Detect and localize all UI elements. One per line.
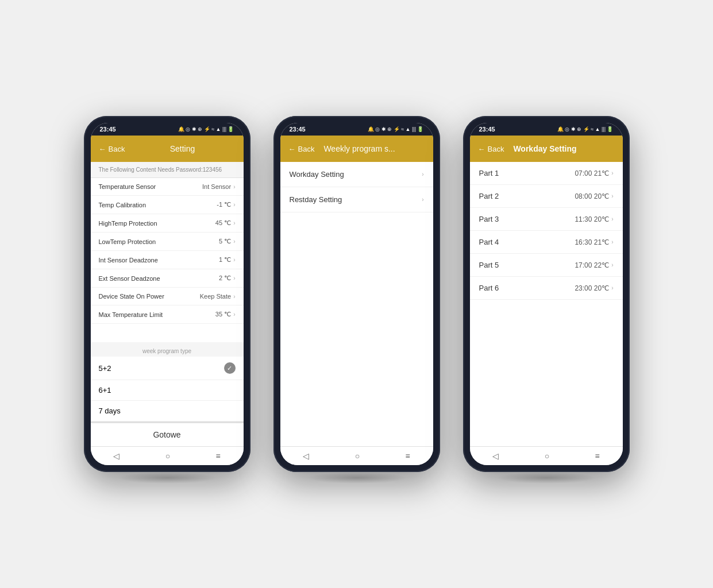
part-detail-3: 16:30 21℃ ›: [575, 238, 613, 246]
menu-label-0: Workday Setting: [290, 170, 344, 179]
program-label-1: 6+1: [99, 386, 111, 394]
part-chevron-2: ›: [611, 216, 613, 222]
menu-label-1: Restday Setting: [290, 195, 342, 204]
chevron-1: ›: [233, 202, 235, 208]
chevron-2: ›: [233, 220, 235, 226]
part-row-3[interactable]: Part 4 16:30 21℃ ›: [470, 231, 623, 254]
phone-3-screen: 23:45 🔔 ◎ ✱ ⊕ ⚡ ≈ ▲ ||| 🔋 ← Back Workday…: [470, 123, 623, 465]
part-name-3: Part 4: [479, 238, 508, 246]
week-program-label: week program type: [91, 345, 244, 357]
setting-row-1[interactable]: Temp Calibration -1 ℃ ›: [91, 196, 244, 214]
setting-label-2: HighTemp Protection: [99, 220, 157, 227]
chevron-6: ›: [233, 293, 235, 300]
nav-home-3[interactable]: ○: [545, 451, 549, 461]
nav-menu-3[interactable]: ≡: [595, 451, 600, 461]
part-chevron-0: ›: [611, 170, 613, 176]
setting-value-7: 35 ℃ ›: [215, 311, 236, 318]
setting-value-5: 2 ℃ ›: [219, 274, 236, 282]
status-time-1: 23:45: [100, 126, 116, 133]
part-chevron-1: ›: [611, 193, 613, 199]
setting-row-3[interactable]: LowTemp Protection 5 ℃ ›: [91, 233, 244, 251]
status-time-3: 23:45: [479, 126, 495, 133]
setting-label-0: Temperature Sensor: [99, 183, 156, 190]
back-label-3: Back: [488, 145, 504, 153]
app-bar-3: ← Back Workday Setting: [470, 136, 623, 162]
part-name-0: Part 1: [479, 169, 508, 177]
phone-2: 23:45 🔔 ◎ ✱ ⊕ ⚡ ≈ ▲ ||| 🔋 ← Back Weekly …: [273, 116, 440, 472]
app-title-1: Setting: [129, 144, 235, 153]
part-name-5: Part 6: [479, 284, 508, 292]
part-chevron-4: ›: [611, 262, 613, 268]
part-row-4[interactable]: Part 5 17:00 22℃ ›: [470, 254, 623, 277]
setting-value-4: 1 ℃ ›: [219, 256, 236, 264]
part-name-1: Part 2: [479, 192, 508, 200]
back-button-3[interactable]: ← Back: [478, 145, 504, 153]
part-detail-1: 08:00 20℃ ›: [575, 192, 613, 200]
nav-home-2[interactable]: ○: [355, 451, 360, 461]
menu-chevron-0: ›: [422, 171, 423, 177]
phone-1-screen: 23:45 🔔 ◎ ✱ ⊕ ⚡ ≈ ▲ ||| 🔋 ← Back Setting…: [91, 123, 244, 465]
part-detail-0: 07:00 21℃ ›: [575, 169, 613, 177]
setting-row-7[interactable]: Max Temperature Limit 35 ℃ ›: [91, 305, 244, 324]
nav-menu-2[interactable]: ≡: [406, 451, 410, 461]
phone-2-screen: 23:45 🔔 ◎ ✱ ⊕ ⚡ ≈ ▲ ||| 🔋 ← Back Weekly …: [280, 123, 433, 465]
back-arrow-1: ←: [99, 145, 106, 153]
menu-row-0[interactable]: Workday Setting ›: [280, 162, 433, 187]
part-detail-4: 17:00 22℃ ›: [575, 261, 613, 269]
menu-list: Workday Setting › Restday Setting ›: [280, 162, 433, 446]
status-bar-1: 23:45 🔔 ◎ ✱ ⊕ ⚡ ≈ ▲ ||| 🔋: [91, 123, 244, 136]
setting-value-6: Keep State ›: [200, 293, 236, 300]
chevron-4: ›: [233, 257, 235, 263]
chevron-3: ›: [233, 238, 235, 245]
program-option-2[interactable]: 7 days: [91, 401, 244, 421]
password-notice: The Following Content Needs Password:123…: [91, 162, 244, 178]
program-option-0[interactable]: 5+2 ✓: [91, 357, 244, 380]
nav-home-1[interactable]: ○: [165, 451, 170, 461]
phone-1: 23:45 🔔 ◎ ✱ ⊕ ⚡ ≈ ▲ ||| 🔋 ← Back Setting…: [84, 116, 250, 472]
setting-row-6[interactable]: Device State On Power Keep State ›: [91, 288, 244, 305]
back-arrow-3: ←: [478, 145, 485, 153]
program-option-1[interactable]: 6+1: [91, 380, 244, 401]
part-row-1[interactable]: Part 2 08:00 20℃ ›: [470, 185, 623, 208]
settings-list: Temperature Sensor Int Sensor › Temp Cal…: [91, 178, 244, 342]
chevron-0: ›: [233, 184, 235, 190]
status-bar-2: 23:45 🔔 ◎ ✱ ⊕ ⚡ ≈ ▲ ||| 🔋: [280, 123, 433, 136]
setting-label-6: Device State On Power: [99, 293, 164, 300]
setting-row-4[interactable]: Int Sensor Deadzone 1 ℃ ›: [91, 251, 244, 269]
nav-bar-3: ◁ ○ ≡: [470, 446, 623, 465]
app-bar-2: ← Back Weekly program s...: [280, 136, 433, 162]
setting-row-0[interactable]: Temperature Sensor Int Sensor ›: [91, 178, 244, 196]
setting-label-3: LowTemp Protection: [99, 238, 156, 245]
app-bar-1: ← Back Setting: [91, 136, 244, 162]
part-detail-5: 23:00 20℃ ›: [575, 284, 613, 292]
back-button-2[interactable]: ← Back: [288, 145, 315, 153]
setting-row-5[interactable]: Ext Sensor Deadzone 2 ℃ ›: [91, 269, 244, 288]
setting-label-7: Max Temperature Limit: [99, 311, 163, 318]
setting-value-1: -1 ℃ ›: [217, 201, 235, 208]
nav-back-3[interactable]: ◁: [492, 451, 499, 461]
week-program-section: week program type 5+2 ✓ 6+1 7 days Gotow…: [91, 342, 244, 446]
gotowe-button[interactable]: Gotowe: [91, 423, 244, 446]
chevron-5: ›: [233, 275, 235, 281]
chevron-7: ›: [233, 311, 235, 318]
status-bar-3: 23:45 🔔 ◎ ✱ ⊕ ⚡ ≈ ▲ ||| 🔋: [470, 123, 623, 136]
menu-row-1[interactable]: Restday Setting ›: [280, 187, 433, 212]
menu-chevron-1: ›: [422, 196, 423, 203]
part-row-2[interactable]: Part 3 11:30 20℃ ›: [470, 208, 623, 231]
nav-menu-1[interactable]: ≡: [216, 451, 221, 461]
part-list: Part 1 07:00 21℃ › Part 2 08:00 20℃ › Pa…: [470, 162, 623, 446]
setting-value-2: 45 ℃ ›: [215, 219, 236, 227]
setting-row-2[interactable]: HighTemp Protection 45 ℃ ›: [91, 214, 244, 233]
part-row-5[interactable]: Part 6 23:00 20℃ ›: [470, 277, 623, 300]
part-name-4: Part 5: [479, 261, 508, 269]
check-icon-0: ✓: [224, 362, 236, 374]
nav-back-1[interactable]: ◁: [113, 451, 120, 461]
setting-value-0: Int Sensor ›: [202, 183, 235, 190]
back-arrow-2: ←: [288, 145, 296, 153]
part-row-0[interactable]: Part 1 07:00 21℃ ›: [470, 162, 623, 185]
back-button-1[interactable]: ← Back: [99, 145, 125, 153]
nav-bar-2: ◁ ○ ≡: [280, 446, 433, 465]
nav-back-2[interactable]: ◁: [303, 451, 309, 461]
part-chevron-5: ›: [611, 285, 613, 291]
status-icons-1: 🔔 ◎ ✱ ⊕ ⚡ ≈ ▲ ||| 🔋: [178, 126, 234, 132]
